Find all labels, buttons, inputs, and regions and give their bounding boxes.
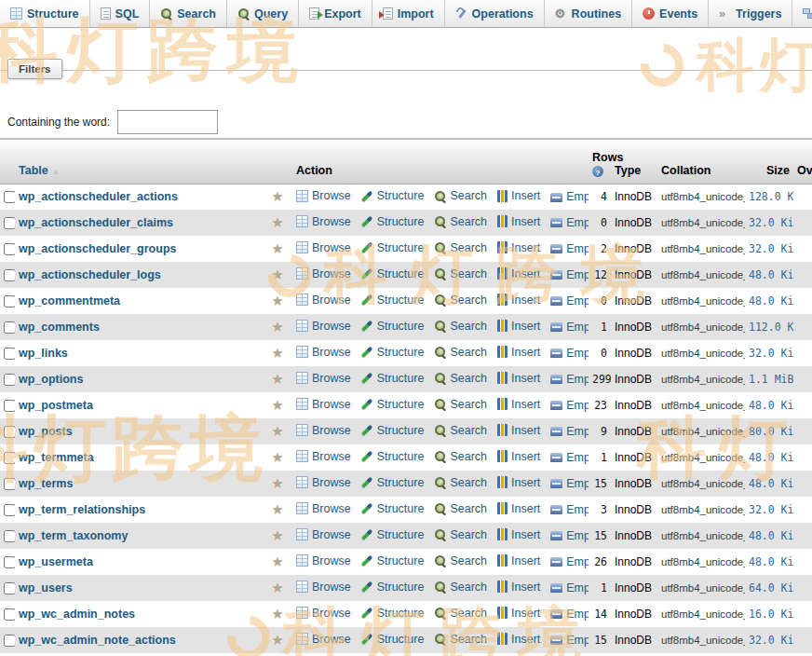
empty-action-link[interactable]: Empty: [550, 634, 589, 647]
search-action-link[interactable]: Search: [434, 633, 487, 646]
empty-action-link[interactable]: Empty: [550, 321, 589, 334]
insert-action-link[interactable]: Insert: [497, 450, 540, 463]
favorite-star-icon[interactable]: [271, 269, 283, 282]
insert-action-link[interactable]: Insert: [497, 398, 540, 411]
favorite-star-icon[interactable]: [271, 321, 283, 335]
favorite-star-icon[interactable]: [271, 530, 283, 543]
table-name-link[interactable]: wp_actionscheduler_groups: [19, 242, 176, 255]
row-checkbox[interactable]: [4, 478, 15, 490]
structure-action-link[interactable]: Structure: [361, 554, 425, 567]
rows-help-icon[interactable]: [592, 166, 603, 177]
browse-action-link[interactable]: Browse: [296, 554, 351, 567]
browse-action-link[interactable]: Browse: [296, 372, 351, 385]
browse-action-link[interactable]: Browse: [296, 607, 351, 620]
insert-action-link[interactable]: Insert: [497, 372, 540, 385]
insert-action-link[interactable]: Insert: [497, 294, 540, 307]
structure-action-link[interactable]: Structure: [361, 633, 425, 646]
search-action-link[interactable]: Search: [434, 528, 487, 541]
table-name-link[interactable]: wp_usermeta: [19, 555, 93, 568]
table-name-link[interactable]: wp_commentmeta: [19, 294, 120, 308]
structure-action-link[interactable]: Structure: [361, 241, 425, 254]
empty-action-link[interactable]: Empty: [550, 608, 589, 621]
containing-word-input[interactable]: [117, 110, 218, 134]
tab-import[interactable]: Import: [372, 0, 445, 27]
browse-action-link[interactable]: Browse: [296, 502, 351, 515]
tab-sql[interactable]: SQL: [90, 0, 151, 27]
empty-action-link[interactable]: Empty: [550, 477, 589, 490]
empty-action-link[interactable]: Empty: [550, 347, 589, 360]
insert-action-link[interactable]: Insert: [497, 320, 540, 333]
empty-action-link[interactable]: Empty: [550, 425, 589, 438]
table-name-link[interactable]: wp_links: [19, 347, 68, 360]
search-action-link[interactable]: Search: [434, 189, 487, 202]
search-action-link[interactable]: Search: [434, 346, 487, 359]
insert-action-link[interactable]: Insert: [497, 633, 540, 646]
browse-action-link[interactable]: Browse: [296, 450, 351, 463]
table-name-link[interactable]: wp_wc_admin_notes: [19, 608, 135, 621]
row-checkbox[interactable]: [4, 269, 15, 281]
row-checkbox[interactable]: [4, 295, 15, 308]
browse-action-link[interactable]: Browse: [296, 528, 351, 541]
search-action-link[interactable]: Search: [434, 320, 487, 333]
insert-action-link[interactable]: Insert: [497, 215, 540, 228]
structure-action-link[interactable]: Structure: [361, 346, 425, 359]
structure-action-link[interactable]: Structure: [361, 607, 425, 620]
empty-action-link[interactable]: Empty: [550, 216, 589, 229]
favorite-star-icon[interactable]: [271, 635, 283, 648]
structure-action-link[interactable]: Structure: [361, 502, 425, 515]
table-name-link[interactable]: wp_actionscheduler_actions: [19, 190, 178, 203]
row-checkbox[interactable]: [4, 191, 15, 203]
insert-action-link[interactable]: Insert: [497, 189, 540, 202]
row-checkbox[interactable]: [4, 582, 15, 594]
favorite-star-icon[interactable]: [271, 556, 283, 569]
empty-action-link[interactable]: Empty: [550, 581, 589, 594]
tab-query[interactable]: Query: [227, 0, 299, 27]
row-checkbox[interactable]: [4, 348, 15, 360]
table-name-link[interactable]: wp_term_taxonomy: [19, 529, 128, 542]
browse-action-link[interactable]: Browse: [296, 581, 351, 594]
browse-action-link[interactable]: Browse: [296, 476, 351, 489]
row-checkbox[interactable]: [4, 374, 15, 386]
row-checkbox[interactable]: [4, 426, 15, 438]
empty-action-link[interactable]: Empty: [550, 451, 589, 464]
search-action-link[interactable]: Search: [434, 424, 487, 437]
row-checkbox[interactable]: [4, 452, 15, 464]
row-checkbox[interactable]: [4, 504, 15, 516]
structure-action-link[interactable]: Structure: [361, 581, 425, 594]
search-action-link[interactable]: Search: [434, 372, 487, 385]
empty-action-link[interactable]: Empty: [550, 373, 589, 386]
row-checkbox[interactable]: [4, 217, 15, 229]
search-action-link[interactable]: Search: [434, 267, 487, 280]
table-name-link[interactable]: wp_actionscheduler_logs: [19, 268, 161, 281]
empty-action-link[interactable]: Empty: [550, 399, 589, 412]
favorite-star-icon[interactable]: [271, 452, 283, 465]
favorite-star-icon[interactable]: [271, 478, 283, 491]
structure-action-link[interactable]: Structure: [361, 267, 425, 280]
tab-structure[interactable]: Structure: [0, 0, 90, 27]
tab-events[interactable]: Events: [632, 0, 709, 27]
table-name-link[interactable]: wp_termmeta: [19, 451, 94, 464]
table-name-link[interactable]: wp_terms: [19, 477, 73, 490]
favorite-star-icon[interactable]: [271, 426, 283, 439]
favorite-star-icon[interactable]: [271, 400, 283, 413]
empty-action-link[interactable]: Empty: [550, 529, 589, 542]
table-name-link[interactable]: wp_actionscheduler_claims: [19, 216, 173, 229]
structure-action-link[interactable]: Structure: [361, 189, 425, 202]
tab-operations[interactable]: Operations: [445, 0, 545, 27]
insert-action-link[interactable]: Insert: [497, 581, 540, 594]
search-action-link[interactable]: Search: [434, 581, 487, 594]
browse-action-link[interactable]: Browse: [296, 241, 351, 254]
structure-action-link[interactable]: Structure: [361, 424, 425, 437]
table-name-link[interactable]: wp_postmeta: [19, 399, 93, 412]
search-action-link[interactable]: Search: [434, 241, 487, 254]
structure-action-link[interactable]: Structure: [361, 450, 425, 463]
tab-designer[interactable]: Designer: [792, 0, 812, 27]
structure-action-link[interactable]: Structure: [361, 528, 425, 541]
row-checkbox[interactable]: [4, 556, 15, 568]
table-name-link[interactable]: wp_posts: [19, 425, 73, 438]
empty-action-link[interactable]: Empty: [550, 242, 589, 255]
row-checkbox[interactable]: [4, 400, 15, 412]
insert-action-link[interactable]: Insert: [497, 424, 540, 437]
empty-action-link[interactable]: Empty: [550, 555, 589, 568]
search-action-link[interactable]: Search: [434, 294, 487, 307]
